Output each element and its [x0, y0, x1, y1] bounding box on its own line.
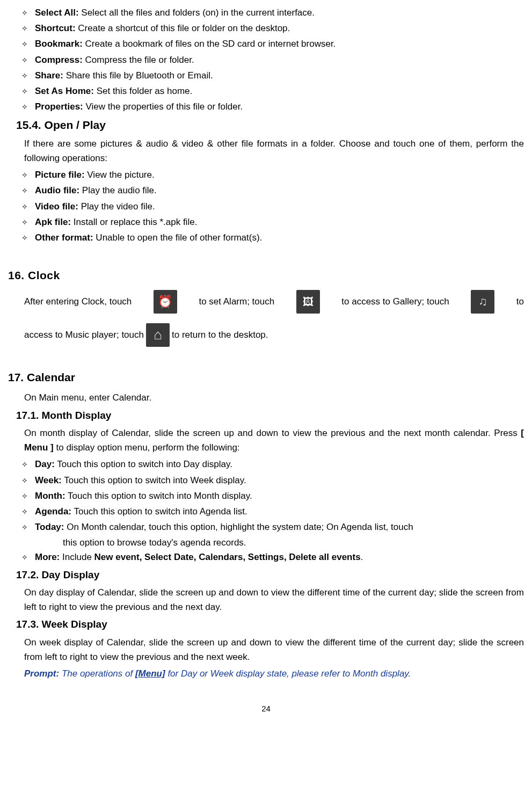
list-item: Picture file: View the picture.	[35, 168, 524, 182]
heading-17-2: 17.2. Day Display	[8, 567, 524, 583]
desc: Unable to open the file of other format(…	[96, 232, 262, 243]
text: to display option menu, perform the foll…	[54, 442, 240, 453]
term: Other format:	[35, 232, 93, 243]
list-item: Set As Home: Set this folder as home.	[35, 84, 524, 98]
text: to access to Gallery; touch	[341, 294, 449, 309]
list-item-continuation: this option to browse today's agenda rec…	[35, 535, 524, 550]
open-play-list: Picture file: View the picture. Audio fi…	[8, 168, 524, 245]
text: for Day or Week display state, please re…	[165, 668, 411, 679]
music-icon	[471, 290, 494, 314]
list-item: Month: Touch this option to switch into …	[35, 489, 524, 503]
text: The operations of	[59, 668, 135, 679]
desc: Create a shortcut of this file or folder…	[78, 23, 290, 33]
alarm-icon	[154, 290, 177, 314]
intro-17: On Main menu, enter Calendar.	[8, 390, 524, 405]
desc: Select all the files and folders (on) in…	[81, 8, 315, 18]
heading-15-4: 15.4. Open / Play	[8, 116, 524, 134]
list-item: Properties: View the properties of this …	[35, 99, 524, 114]
text: to	[516, 294, 524, 309]
desc: Create a bookmark of files on the SD car…	[85, 39, 336, 49]
list-item: Share: Share this file by Bluetooth or E…	[35, 68, 524, 83]
term: Month:	[35, 491, 65, 501]
term: Properties:	[35, 101, 83, 112]
desc: Touch this option to switch into Month d…	[68, 491, 252, 501]
term: Shortcut:	[35, 23, 76, 33]
term: Audio file:	[35, 185, 79, 195]
desc: Install or replace this *.apk file.	[74, 217, 198, 227]
home-icon	[146, 323, 170, 347]
term: Share:	[35, 70, 63, 81]
list-item: Apk file: Install or replace this *.apk …	[35, 215, 524, 229]
desc: Share this file by Bluetooth or Email.	[66, 70, 213, 81]
list-item: Compress: Compress the file or folder.	[35, 53, 524, 67]
heading-17-3: 17.3. Week Display	[8, 616, 524, 632]
term: Picture file:	[35, 170, 85, 180]
text: .	[361, 552, 363, 562]
list-item: Week: Touch this option to switch into W…	[35, 473, 524, 488]
list-item: Shortcut: Create a shortcut of this file…	[35, 21, 524, 35]
list-item: Bookmark: Create a bookmark of files on …	[35, 37, 524, 51]
desc: On Month calendar, touch this option, hi…	[67, 522, 413, 532]
desc: Play the video file.	[81, 201, 155, 212]
list-item: Video file: Play the video file.	[35, 199, 524, 214]
list-item: Today: On Month calendar, touch this opt…	[35, 520, 524, 534]
intro-15-4: If there are some pictures & audio & vid…	[8, 136, 524, 165]
clock-paragraph-line1: After entering Clock, touch to set Alarm…	[8, 290, 524, 314]
term: Day:	[35, 459, 55, 469]
heading-16: 16. Clock	[8, 266, 524, 285]
text: After entering Clock, touch	[24, 294, 132, 309]
prompt-note: Prompt: The operations of [Menu] for Day…	[8, 666, 524, 681]
desc: Touch this option to switch into Agenda …	[74, 506, 247, 517]
list-item: Day: Touch this option to switch into Da…	[35, 457, 524, 471]
list-item: Agenda: Touch this option to switch into…	[35, 504, 524, 519]
text: to set Alarm; touch	[199, 294, 274, 309]
term: Agenda:	[35, 506, 71, 517]
desc: View the picture.	[87, 170, 154, 180]
term: Video file:	[35, 201, 78, 212]
desc: Compress the file or folder.	[85, 55, 194, 65]
intro-17-1: On month display of Calendar, slide the …	[8, 426, 524, 455]
heading-17-1: 17.1. Month Display	[8, 408, 524, 424]
desc: Touch this option to switch into Day dis…	[57, 459, 232, 469]
prompt-label: Prompt:	[24, 668, 59, 679]
text: access to Music player; touch	[24, 328, 144, 342]
term: Set As Home:	[35, 86, 94, 96]
more-bold: New event, Select Date, Calendars, Setti…	[94, 552, 361, 562]
text: to return to the desktop.	[172, 328, 268, 342]
list-item: Audio file: Play the audio file.	[35, 183, 524, 198]
term: Week:	[35, 475, 62, 485]
list-item: Select All: Select all the files and fol…	[35, 5, 524, 20]
term: Select All:	[35, 8, 79, 18]
list-item: Other format: Unable to open the file of…	[35, 230, 524, 245]
body-17-3: On week display of Calendar, slide the s…	[8, 635, 524, 664]
month-display-list: Day: Touch this option to switch into Da…	[8, 457, 524, 564]
body-17-2: On day display of Calendar, slide the sc…	[8, 585, 524, 614]
desc: Set this folder as home.	[97, 86, 193, 96]
term: Compress:	[35, 55, 83, 65]
file-operations-list: Select All: Select all the files and fol…	[8, 5, 524, 114]
page-number: 24	[8, 702, 524, 715]
desc: View the properties of this file or fold…	[85, 101, 243, 112]
term: Bookmark:	[35, 39, 83, 49]
term: Apk file:	[35, 217, 71, 227]
desc: Include	[62, 552, 94, 562]
gallery-icon	[296, 290, 320, 314]
heading-17: 17. Calendar	[8, 368, 524, 387]
desc: Touch this option to switch into Week di…	[64, 475, 246, 485]
menu-underline: [Menu]	[135, 668, 165, 679]
desc: Play the audio file.	[82, 185, 157, 195]
text: On month display of Calendar, slide the …	[24, 428, 521, 438]
list-item: More: Include New event, Select Date, Ca…	[35, 550, 524, 564]
clock-paragraph-line2: access to Music player; touch to return …	[8, 323, 524, 347]
term: More:	[35, 552, 60, 562]
term: Today:	[35, 522, 64, 532]
